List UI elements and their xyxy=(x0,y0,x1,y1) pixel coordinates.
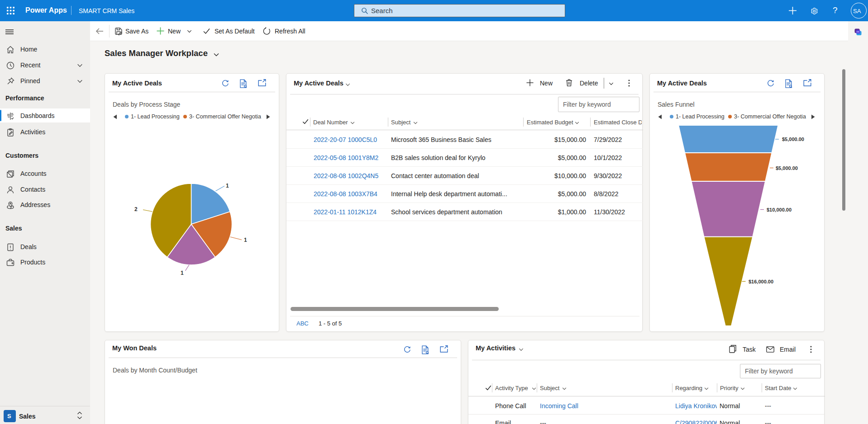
svg-text:1: 1 xyxy=(181,270,184,276)
svg-text:$10,000.00: $10,000.00 xyxy=(767,207,792,212)
svg-text:1: 1 xyxy=(226,183,229,189)
svg-text:2: 2 xyxy=(134,206,138,212)
svg-text:1: 1 xyxy=(244,237,247,243)
svg-text:$16,000.00: $16,000.00 xyxy=(749,279,773,284)
svg-text:$5,000.00: $5,000.00 xyxy=(782,137,804,142)
svg-text:$5,000.00: $5,000.00 xyxy=(776,165,798,171)
